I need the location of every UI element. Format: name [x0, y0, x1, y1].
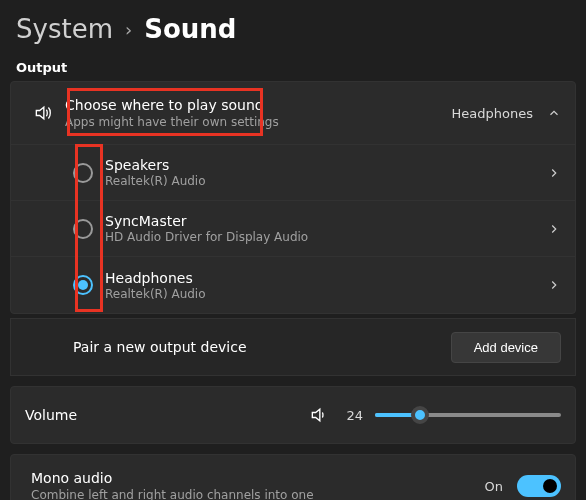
- speaker-icon: [25, 103, 61, 123]
- mono-audio-subtitle: Combine left and right audio channels in…: [31, 488, 485, 500]
- device-driver: Realtek(R) Audio: [105, 287, 547, 301]
- volume-row: Volume 24: [11, 387, 575, 443]
- mono-state-label: On: [485, 479, 503, 494]
- output-device-item[interactable]: Speakers Realtek(R) Audio: [11, 145, 575, 201]
- chevron-right-icon[interactable]: [547, 222, 561, 236]
- chevron-right-icon[interactable]: [547, 166, 561, 180]
- device-driver: Realtek(R) Audio: [105, 174, 547, 188]
- mono-audio-title: Mono audio: [31, 470, 485, 486]
- volume-label: Volume: [25, 407, 115, 423]
- volume-value: 24: [337, 408, 363, 423]
- mono-audio-row[interactable]: Mono audio Combine left and right audio …: [11, 455, 575, 500]
- page-title: Sound: [144, 14, 236, 44]
- device-name: SyncMaster: [105, 213, 547, 229]
- pair-device-label: Pair a new output device: [73, 339, 451, 355]
- radio-button[interactable]: [73, 275, 93, 295]
- chevron-up-icon: [547, 106, 561, 120]
- chevron-right-icon[interactable]: [547, 278, 561, 292]
- choose-output-title: Choose where to play sound: [65, 97, 452, 113]
- radio-button[interactable]: [73, 219, 93, 239]
- radio-button[interactable]: [73, 163, 93, 183]
- device-driver: HD Audio Driver for Display Audio: [105, 230, 547, 244]
- choose-output-subtitle: Apps might have their own settings: [65, 115, 452, 129]
- output-device-card: Choose where to play sound Apps might ha…: [10, 81, 576, 314]
- add-device-button[interactable]: Add device: [451, 332, 561, 363]
- selected-output-label: Headphones: [452, 106, 533, 121]
- choose-output-row[interactable]: Choose where to play sound Apps might ha…: [11, 82, 575, 144]
- volume-slider[interactable]: [375, 413, 561, 417]
- volume-icon[interactable]: [301, 405, 337, 425]
- pair-device-row: Pair a new output device Add device: [11, 319, 575, 375]
- breadcrumb-parent[interactable]: System: [16, 14, 113, 44]
- output-device-item[interactable]: SyncMaster HD Audio Driver for Display A…: [11, 201, 575, 257]
- section-output-label: Output: [0, 48, 586, 81]
- output-device-item[interactable]: Headphones Realtek(R) Audio: [11, 257, 575, 313]
- mono-audio-toggle[interactable]: [517, 475, 561, 497]
- device-name: Speakers: [105, 157, 547, 173]
- chevron-right-icon: ›: [125, 19, 132, 40]
- device-name: Headphones: [105, 270, 547, 286]
- breadcrumb: System › Sound: [0, 0, 586, 48]
- output-device-list: Speakers Realtek(R) Audio SyncMaster HD …: [11, 144, 575, 313]
